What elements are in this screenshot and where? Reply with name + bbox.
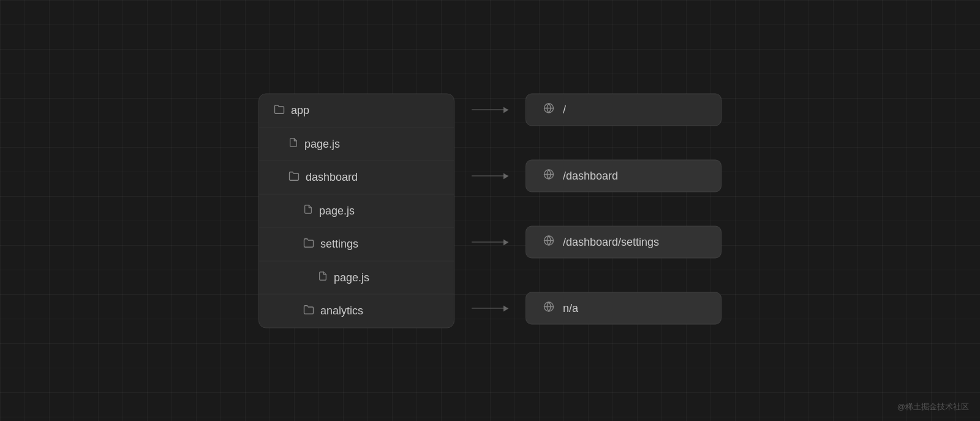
file-icon-2 [303, 205, 313, 217]
tree-row-app: app [259, 94, 454, 127]
route-path-settings: /dashboard/settings [563, 236, 659, 249]
folder-icon-analytics [303, 304, 314, 317]
arrow-6 [454, 308, 526, 309]
spacer-row-3 [454, 192, 722, 226]
file-icon-1 [288, 138, 298, 150]
tree-label-dashboard: dashboard [306, 171, 358, 184]
arrow-4 [454, 241, 526, 243]
connectors-routes: / /dashboard [454, 93, 722, 325]
tree-label-settings: settings [320, 238, 358, 251]
tree-label-analytics: analytics [320, 305, 363, 317]
globe-icon-dashboard [543, 169, 554, 183]
folder-icon-dashboard [288, 170, 300, 184]
tree-row-analytics: analytics [259, 294, 454, 327]
globe-icon-analytics [543, 302, 554, 316]
main-container: app page.js dashboard [258, 93, 722, 328]
arrow-2 [454, 175, 526, 176]
tree-row-pagejs-1: page.js [259, 127, 454, 161]
connector-row-2: /dashboard [454, 159, 722, 192]
route-path-analytics: n/a [563, 302, 578, 315]
spacer-row-5 [454, 259, 722, 292]
tree-label-pagejs-3: page.js [334, 271, 369, 284]
spacer-row-1 [454, 126, 722, 159]
route-card-dashboard: /dashboard [526, 160, 722, 192]
globe-icon-settings [543, 235, 554, 249]
arrow-0 [454, 109, 526, 110]
tree-label-pagejs-2: page.js [319, 204, 355, 217]
route-path-root: / [563, 104, 566, 116]
connector-row-6: n/a [454, 292, 722, 325]
route-card-analytics: n/a [526, 292, 722, 325]
connector-row-0: / [454, 93, 722, 126]
watermark: @稀土掘金技术社区 [897, 401, 969, 412]
tree-label-pagejs-1: page.js [304, 137, 340, 150]
tree-row-pagejs-3: page.js [259, 261, 454, 294]
tree-row-dashboard: dashboard [259, 161, 454, 194]
globe-icon-root [543, 103, 554, 117]
folder-icon-app [274, 104, 285, 117]
file-tree: app page.js dashboard [258, 93, 454, 328]
tree-row-settings: settings [259, 227, 454, 261]
file-icon-3 [318, 271, 328, 284]
tree-row-pagejs-2: page.js [259, 194, 454, 227]
route-card-root: / [526, 94, 722, 126]
route-card-settings: /dashboard/settings [526, 226, 722, 259]
folder-icon-settings [303, 237, 314, 251]
tree-label-app: app [291, 104, 309, 117]
route-path-dashboard: /dashboard [563, 170, 618, 183]
connector-row-4: /dashboard/settings [454, 226, 722, 259]
